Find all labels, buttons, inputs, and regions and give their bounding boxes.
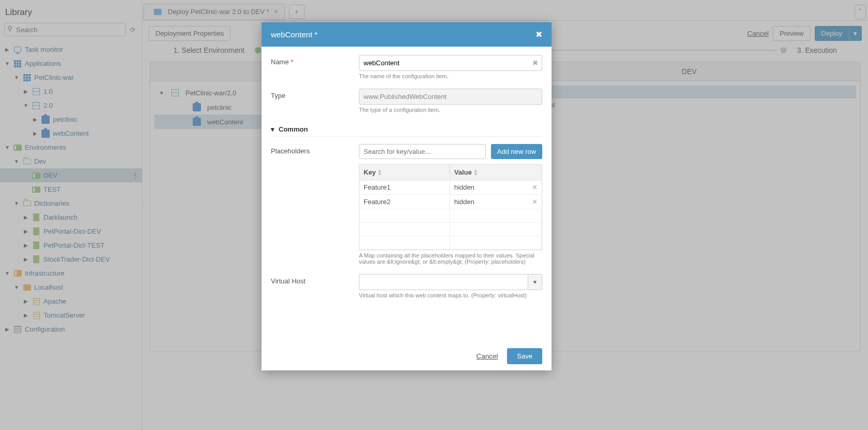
table-row[interactable]: Feature1hidden✕	[359, 180, 542, 195]
placeholders-help: A Map containing all the placeholders ma…	[359, 252, 542, 265]
kv-table: Key▲▼ Value▲▼ Feature1hidden✕Feature2hid…	[359, 164, 542, 250]
sort-icon: ▲▼	[378, 169, 382, 176]
kv-key: Feature2	[359, 195, 450, 209]
webcontent-modal: webContent * ✖ Name * ✖ The name of the …	[262, 22, 552, 370]
vhost-label: Virtual Host	[271, 274, 359, 306]
kv-search-input[interactable]	[359, 144, 486, 159]
cancel-button[interactable]: Cancel	[476, 352, 498, 360]
delete-row-icon[interactable]: ✕	[527, 180, 542, 194]
clear-icon[interactable]: ✖	[532, 59, 538, 67]
table-row[interactable]: Feature2hidden✕	[359, 195, 542, 209]
sort-icon: ▲▼	[473, 169, 478, 176]
modal-header: webContent * ✖	[262, 22, 552, 47]
vhost-dropdown-button[interactable]: ▼	[528, 274, 542, 290]
type-input	[359, 89, 542, 105]
vhost-help: Virtual host which this web content maps…	[359, 292, 542, 298]
close-icon[interactable]: ✖	[536, 30, 542, 39]
type-label: Type	[271, 89, 359, 120]
key-column-header[interactable]: Key▲▼	[359, 165, 450, 180]
vhost-input[interactable]	[359, 274, 528, 290]
kv-value: hidden	[450, 180, 527, 194]
name-help: The name of the configuration item.	[359, 73, 542, 79]
delete-row-icon[interactable]: ✕	[527, 195, 542, 209]
save-button[interactable]: Save	[507, 348, 542, 364]
section-common[interactable]: ▾ Common	[271, 122, 542, 137]
type-help: The type of a configuration item.	[359, 107, 542, 113]
value-column-header[interactable]: Value▲▼	[450, 165, 542, 180]
add-row-button[interactable]: Add new row	[491, 144, 542, 159]
placeholders-label: Placeholders	[271, 144, 359, 272]
modal-title: webContent *	[271, 30, 317, 39]
name-label: Name *	[271, 55, 359, 87]
chevron-down-icon: ▾	[271, 125, 274, 133]
name-input[interactable]	[359, 55, 542, 71]
kv-value: hidden	[450, 195, 527, 209]
kv-key: Feature1	[359, 180, 450, 194]
